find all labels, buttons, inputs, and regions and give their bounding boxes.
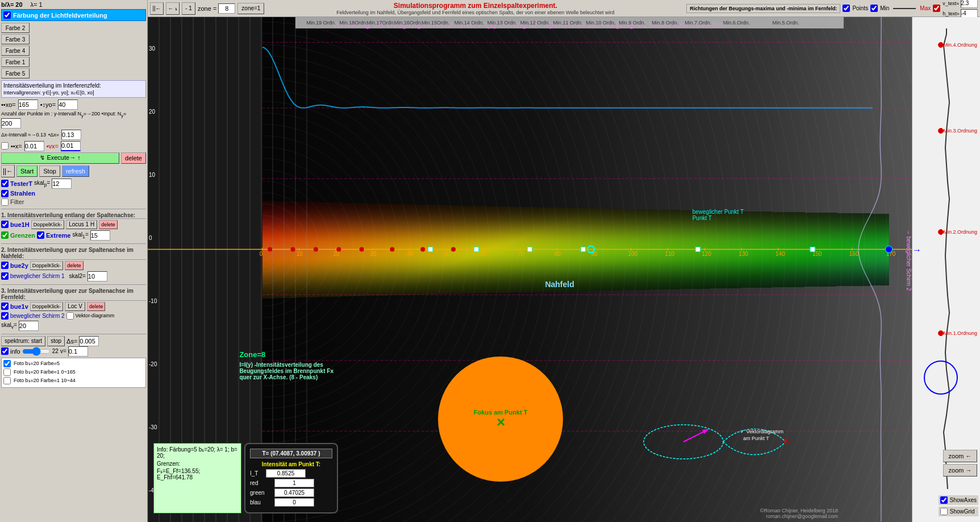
color-checkbox[interactable] <box>3 11 11 19</box>
max-checkbox[interactable] <box>933 5 940 12</box>
x-checkbox[interactable] <box>1 142 9 150</box>
vektor-label: Vektor-diagramm <box>76 313 115 318</box>
skalp-label: skalp= <box>34 180 50 188</box>
delete-btn4[interactable]: delete <box>87 302 106 311</box>
zoom-minus-btn[interactable]: zoom ← <box>943 450 977 462</box>
filter-checkbox[interactable] <box>1 198 9 206</box>
red-label: red <box>250 480 273 486</box>
tester-checkbox[interactable] <box>1 180 9 187</box>
yo-label: •↕yo= <box>40 101 56 108</box>
nav-left-arrow-btn[interactable]: ← ₁ <box>166 2 180 15</box>
farbe3-btn[interactable]: Farbe 3 <box>1 34 30 44</box>
svg-text:am Punkt T: am Punkt T <box>743 436 769 441</box>
min-checkbox[interactable] <box>870 5 878 12</box>
execute-btn[interactable]: ↯ Execute→ ↑ <box>1 152 119 164</box>
strahlen-checkbox[interactable] <box>1 190 9 197</box>
x-input[interactable] <box>24 141 44 151</box>
grenzen-label: Grenzen <box>10 232 35 239</box>
b-lambda-label: b/λ= 20 <box>1 1 23 8</box>
bue1v-checkbox[interactable] <box>1 303 9 310</box>
left-panel: b/λ= 20 λ= 1 Färbung der Lichtfeldvertei… <box>0 0 148 522</box>
green-label: green <box>250 490 273 496</box>
zoom-buttons: zoom ← zoom → <box>943 450 977 477</box>
zoom-plus-btn[interactable]: zoom → <box>943 464 977 477</box>
doppelklick3-btn[interactable]: DoppelKlick- <box>30 302 64 311</box>
farbe4-btn[interactable]: Farbe 4 <box>1 45 30 56</box>
zone-text: Zone=8 <box>239 350 341 359</box>
show-axes-checkbox[interactable] <box>940 496 948 504</box>
v-input[interactable] <box>68 346 88 357</box>
stop-btn[interactable]: Stop <box>39 165 60 177</box>
xo-input[interactable] <box>18 100 38 110</box>
bew-schirm2-checkbox[interactable] <box>1 312 9 320</box>
yo-input[interactable] <box>58 100 78 110</box>
foto1-label: Foto b₁=20 Farbe=5 <box>14 361 60 366</box>
min15: Min.15Ordn. <box>422 20 450 26</box>
svg-line-1 <box>683 430 706 442</box>
blau-row: blau 0 <box>250 498 332 507</box>
foto2-checkbox[interactable] <box>3 368 11 376</box>
info-slider[interactable] <box>22 347 51 356</box>
doppelklick1-btn[interactable]: DoppelKlick- <box>31 220 65 229</box>
start-btn[interactable]: Start <box>16 165 37 177</box>
nav-minus-btn[interactable]: - 1 <box>182 2 195 15</box>
zone-label: zone = <box>198 5 216 12</box>
skal1-input[interactable] <box>90 230 110 241</box>
spektrum-stop-btn[interactable]: stop <box>47 336 65 346</box>
blau-value: 0 <box>274 498 314 507</box>
fokus-label: Fokus am Punkt T <box>474 409 528 416</box>
delete-btn2[interactable]: delete <box>99 220 118 229</box>
nav-left-btn[interactable]: ||← <box>1 165 15 177</box>
doppelklick2-btn[interactable]: DoppelKlick- <box>30 261 64 270</box>
bue2y-row: bue2y DoppelKlick- delete <box>1 261 146 270</box>
info-row: info 22 v= <box>1 346 146 357</box>
zone-input[interactable] <box>218 3 235 14</box>
red-row: red 1 <box>250 479 332 487</box>
points-checkbox[interactable] <box>843 5 850 12</box>
min9: Min.9 Ordn. <box>619 20 645 26</box>
bew-schirm1-checkbox[interactable] <box>1 272 9 280</box>
green-value: 0.47025 <box>274 488 314 497</box>
dx-input[interactable] <box>61 130 81 140</box>
nav-far-left-btn[interactable]: ||← <box>150 2 164 15</box>
min3-right: Min.3.Ordnung <box>943 128 977 134</box>
farbe1-btn[interactable]: Farbe 1 <box>1 57 30 67</box>
foto1-checkbox[interactable] <box>3 360 11 367</box>
skal1-label: skal1= <box>72 231 88 239</box>
loc-v-btn[interactable]: Loc V <box>65 302 85 311</box>
vektor-checkbox[interactable] <box>66 312 74 320</box>
bue1h-checkbox[interactable] <box>1 221 9 228</box>
delete-btn3[interactable]: delete <box>65 261 84 270</box>
bue2y-checkbox[interactable] <box>1 262 9 269</box>
ny-input[interactable] <box>1 118 21 129</box>
show-checkboxes: ShowAxes ShowGrid <box>939 495 978 516</box>
skalp-input[interactable] <box>52 179 72 189</box>
delta-s-input[interactable] <box>79 336 99 346</box>
dx-label: Δx-Intervall ≈→0.13 <box>1 132 46 138</box>
vtext-label: v_text= <box>943 1 959 6</box>
zone1-btn[interactable]: zone=1 <box>237 3 264 14</box>
locus-h-btn[interactable]: Locus 1 H <box>66 220 97 229</box>
color-section-title: Färbung der Lichtfeldverteilung <box>13 12 107 19</box>
foto3-checkbox[interactable] <box>3 377 11 384</box>
refresh-btn[interactable]: refresh <box>62 165 89 177</box>
vx-input[interactable] <box>61 141 81 151</box>
extreme-checkbox[interactable] <box>37 231 44 239</box>
skal2-input[interactable] <box>87 271 107 281</box>
viz-main[interactable]: Min.19 Ordn. Min.18Ordn. Min.17Ordn. Min… <box>148 17 912 522</box>
skalv-input[interactable] <box>19 321 39 331</box>
title-area: Simulationsprogramm zum Einzelspaltexper… <box>266 2 684 15</box>
show-grid-label: ShowGrid <box>950 508 975 515</box>
info-checkbox[interactable] <box>1 347 9 355</box>
foto-section: Foto b₁=20 Farbe=5 Foto b₁=20 Farbe=1 0~… <box>1 358 146 388</box>
show-grid-checkbox[interactable] <box>940 508 948 515</box>
vtext-input[interactable] <box>961 0 978 8</box>
delete-btn-main[interactable]: delete <box>121 152 146 164</box>
punkt-t-label: beweglicher Punkt T Punkt T <box>693 209 744 221</box>
farbe5-btn[interactable]: Farbe 5 <box>1 68 30 78</box>
grenzen-checkbox[interactable] <box>1 231 9 239</box>
spektrum-start-btn[interactable]: spektrum: start <box>1 336 45 346</box>
farbe2-btn[interactable]: Farbe 2 <box>1 23 30 33</box>
section2-header: 2. Intensitätsverteilung quer zur Spalte… <box>1 247 146 260</box>
xo-label: ••xo= <box>1 101 16 108</box>
